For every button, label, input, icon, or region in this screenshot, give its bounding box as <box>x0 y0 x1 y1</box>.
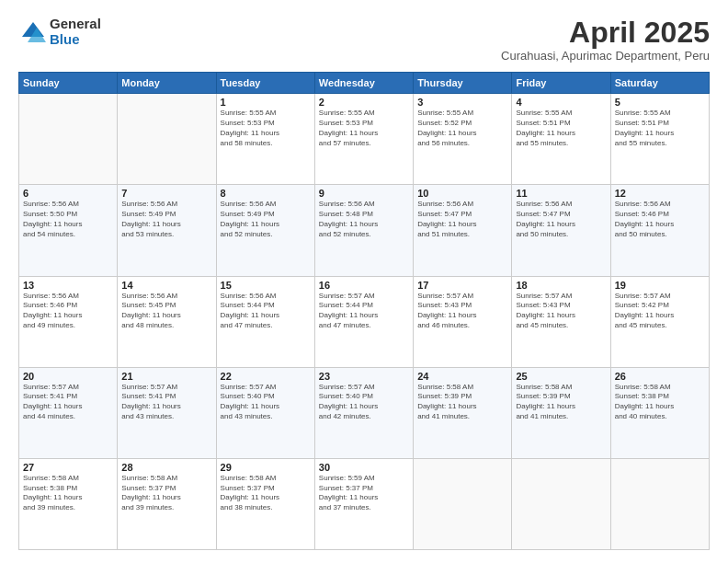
calendar-cell: 11Sunrise: 5:56 AM Sunset: 5:47 PM Dayli… <box>512 185 610 276</box>
month-title: April 2025 <box>501 17 710 49</box>
logo-blue-text: Blue <box>50 32 101 48</box>
calendar-cell: 10Sunrise: 5:56 AM Sunset: 5:47 PM Dayli… <box>414 185 512 276</box>
day-info: Sunrise: 5:57 AM Sunset: 5:42 PM Dayligh… <box>615 292 705 331</box>
calendar-cell: 7Sunrise: 5:56 AM Sunset: 5:49 PM Daylig… <box>118 185 216 276</box>
day-info: Sunrise: 5:58 AM Sunset: 5:39 PM Dayligh… <box>417 383 507 422</box>
day-info: Sunrise: 5:56 AM Sunset: 5:47 PM Dayligh… <box>417 200 507 239</box>
day-number: 8 <box>221 188 311 199</box>
day-info: Sunrise: 5:56 AM Sunset: 5:47 PM Dayligh… <box>516 200 606 239</box>
logo-icon <box>18 18 46 46</box>
calendar-cell: 3Sunrise: 5:55 AM Sunset: 5:52 PM Daylig… <box>414 94 512 185</box>
calendar-cell <box>118 94 216 185</box>
day-number: 9 <box>319 188 409 199</box>
week-row-4: 27Sunrise: 5:58 AM Sunset: 5:38 PM Dayli… <box>19 458 710 549</box>
subtitle: Curahuasi, Apurimac Department, Peru <box>501 49 710 63</box>
calendar-cell: 22Sunrise: 5:57 AM Sunset: 5:40 PM Dayli… <box>216 367 314 458</box>
day-number: 15 <box>221 280 311 291</box>
calendar-cell: 19Sunrise: 5:57 AM Sunset: 5:42 PM Dayli… <box>610 276 709 367</box>
day-info: Sunrise: 5:56 AM Sunset: 5:45 PM Dayligh… <box>121 292 211 331</box>
day-number: 14 <box>121 280 211 291</box>
calendar-cell <box>19 94 118 185</box>
week-row-2: 13Sunrise: 5:56 AM Sunset: 5:46 PM Dayli… <box>19 276 710 367</box>
day-number: 6 <box>23 188 113 199</box>
week-row-3: 20Sunrise: 5:57 AM Sunset: 5:41 PM Dayli… <box>19 367 710 458</box>
day-number: 1 <box>221 97 311 108</box>
weekday-header-sunday: Sunday <box>19 73 118 94</box>
weekday-header-tuesday: Tuesday <box>216 73 314 94</box>
day-number: 2 <box>319 97 409 108</box>
calendar-cell <box>512 458 610 549</box>
weekday-header-wednesday: Wednesday <box>314 73 413 94</box>
calendar-cell: 12Sunrise: 5:56 AM Sunset: 5:46 PM Dayli… <box>610 185 709 276</box>
day-number: 10 <box>417 188 507 199</box>
day-info: Sunrise: 5:57 AM Sunset: 5:44 PM Dayligh… <box>319 292 409 331</box>
calendar-cell: 8Sunrise: 5:56 AM Sunset: 5:49 PM Daylig… <box>216 185 314 276</box>
day-info: Sunrise: 5:55 AM Sunset: 5:51 PM Dayligh… <box>516 109 606 148</box>
day-number: 23 <box>319 371 409 382</box>
weekday-header-row: SundayMondayTuesdayWednesdayThursdayFrid… <box>19 73 710 94</box>
day-info: Sunrise: 5:59 AM Sunset: 5:37 PM Dayligh… <box>319 474 409 513</box>
weekday-header-thursday: Thursday <box>414 73 512 94</box>
day-number: 22 <box>221 371 311 382</box>
calendar-cell: 18Sunrise: 5:57 AM Sunset: 5:43 PM Dayli… <box>512 276 610 367</box>
day-info: Sunrise: 5:57 AM Sunset: 5:40 PM Dayligh… <box>221 383 311 422</box>
logo: General Blue <box>18 17 101 47</box>
day-info: Sunrise: 5:56 AM Sunset: 5:46 PM Dayligh… <box>615 200 705 239</box>
calendar-cell: 23Sunrise: 5:57 AM Sunset: 5:40 PM Dayli… <box>314 367 413 458</box>
day-number: 4 <box>516 97 606 108</box>
calendar-cell: 2Sunrise: 5:55 AM Sunset: 5:53 PM Daylig… <box>314 94 413 185</box>
day-number: 11 <box>516 188 606 199</box>
calendar-cell: 15Sunrise: 5:56 AM Sunset: 5:44 PM Dayli… <box>216 276 314 367</box>
day-info: Sunrise: 5:57 AM Sunset: 5:41 PM Dayligh… <box>121 383 211 422</box>
day-info: Sunrise: 5:57 AM Sunset: 5:43 PM Dayligh… <box>417 292 507 331</box>
calendar-cell: 14Sunrise: 5:56 AM Sunset: 5:45 PM Dayli… <box>118 276 216 367</box>
day-info: Sunrise: 5:56 AM Sunset: 5:46 PM Dayligh… <box>23 292 113 331</box>
day-info: Sunrise: 5:58 AM Sunset: 5:39 PM Dayligh… <box>516 383 606 422</box>
weekday-header-monday: Monday <box>118 73 216 94</box>
calendar-cell: 4Sunrise: 5:55 AM Sunset: 5:51 PM Daylig… <box>512 94 610 185</box>
calendar-table: SundayMondayTuesdayWednesdayThursdayFrid… <box>18 72 710 550</box>
day-number: 7 <box>121 188 211 199</box>
day-info: Sunrise: 5:55 AM Sunset: 5:51 PM Dayligh… <box>615 109 705 148</box>
day-info: Sunrise: 5:56 AM Sunset: 5:48 PM Dayligh… <box>319 200 409 239</box>
calendar-cell: 17Sunrise: 5:57 AM Sunset: 5:43 PM Dayli… <box>414 276 512 367</box>
calendar-cell: 21Sunrise: 5:57 AM Sunset: 5:41 PM Dayli… <box>118 367 216 458</box>
day-info: Sunrise: 5:56 AM Sunset: 5:50 PM Dayligh… <box>23 200 113 239</box>
day-number: 20 <box>23 371 113 382</box>
day-number: 27 <box>23 462 113 473</box>
header: General Blue April 2025 Curahuasi, Apuri… <box>18 17 710 63</box>
day-info: Sunrise: 5:57 AM Sunset: 5:43 PM Dayligh… <box>516 292 606 331</box>
day-number: 26 <box>615 371 705 382</box>
calendar-cell: 1Sunrise: 5:55 AM Sunset: 5:53 PM Daylig… <box>216 94 314 185</box>
calendar-cell <box>414 458 512 549</box>
weekday-header-saturday: Saturday <box>610 73 709 94</box>
day-number: 13 <box>23 280 113 291</box>
page: General Blue April 2025 Curahuasi, Apuri… <box>0 0 728 563</box>
day-info: Sunrise: 5:55 AM Sunset: 5:52 PM Dayligh… <box>417 109 507 148</box>
calendar-cell: 26Sunrise: 5:58 AM Sunset: 5:38 PM Dayli… <box>610 367 709 458</box>
day-number: 5 <box>615 97 705 108</box>
calendar-cell: 16Sunrise: 5:57 AM Sunset: 5:44 PM Dayli… <box>314 276 413 367</box>
day-number: 29 <box>221 462 311 473</box>
day-number: 17 <box>417 280 507 291</box>
day-info: Sunrise: 5:55 AM Sunset: 5:53 PM Dayligh… <box>221 109 311 148</box>
day-number: 30 <box>319 462 409 473</box>
logo-text: General Blue <box>50 17 101 47</box>
day-info: Sunrise: 5:56 AM Sunset: 5:49 PM Dayligh… <box>221 200 311 239</box>
day-number: 12 <box>615 188 705 199</box>
day-number: 25 <box>516 371 606 382</box>
day-number: 16 <box>319 280 409 291</box>
day-info: Sunrise: 5:55 AM Sunset: 5:53 PM Dayligh… <box>319 109 409 148</box>
calendar-cell: 9Sunrise: 5:56 AM Sunset: 5:48 PM Daylig… <box>314 185 413 276</box>
day-info: Sunrise: 5:58 AM Sunset: 5:38 PM Dayligh… <box>615 383 705 422</box>
day-info: Sunrise: 5:56 AM Sunset: 5:44 PM Dayligh… <box>221 292 311 331</box>
calendar-cell: 28Sunrise: 5:58 AM Sunset: 5:37 PM Dayli… <box>118 458 216 549</box>
calendar-cell: 25Sunrise: 5:58 AM Sunset: 5:39 PM Dayli… <box>512 367 610 458</box>
calendar-cell: 30Sunrise: 5:59 AM Sunset: 5:37 PM Dayli… <box>314 458 413 549</box>
day-number: 28 <box>121 462 211 473</box>
logo-general: General <box>50 17 101 32</box>
day-info: Sunrise: 5:56 AM Sunset: 5:49 PM Dayligh… <box>121 200 211 239</box>
calendar-cell: 13Sunrise: 5:56 AM Sunset: 5:46 PM Dayli… <box>19 276 118 367</box>
day-number: 24 <box>417 371 507 382</box>
calendar-cell: 6Sunrise: 5:56 AM Sunset: 5:50 PM Daylig… <box>19 185 118 276</box>
